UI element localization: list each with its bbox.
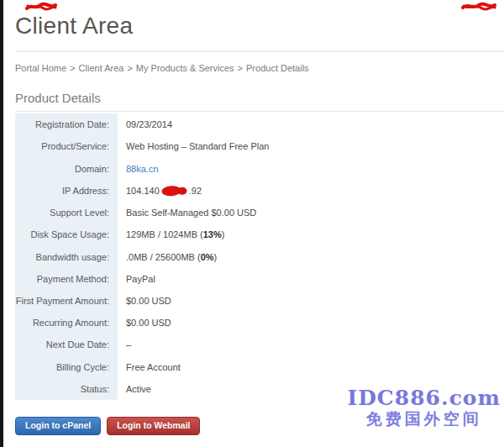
row-value: PayPal	[118, 268, 155, 290]
disk-usage-text: 129MB / 1024MB (	[126, 229, 203, 239]
ip-suffix: .92	[189, 186, 202, 196]
table-row-first-payment: First Payment Amount: $0.00 USD	[15, 290, 353, 312]
breadcrumb-product-details[interactable]: Product Details	[246, 63, 309, 73]
row-value: $0.00 USD	[118, 312, 171, 334]
disk-usage-close: )	[222, 229, 225, 239]
row-value: Web Hosting – Standard Free Plan	[118, 135, 269, 157]
breadcrumb: Portal Home>Client Area>My Products & Se…	[15, 63, 504, 73]
breadcrumb-portal-home[interactable]: Portal Home	[15, 63, 66, 73]
table-row-ip-address: IP Address: 104.140 .92	[15, 180, 353, 202]
table-row-billing-cycle: Billing Cycle: Free Account	[15, 356, 353, 378]
row-label: Product/Service:	[15, 135, 118, 157]
row-value: Basic Self-Managed $0.00 USD	[118, 202, 256, 224]
table-row-registration-date: Registration Date: 09/23/2014	[15, 113, 353, 135]
watermark: IDC886.com 免费国外空间	[347, 387, 501, 427]
row-value: 88ka.cn	[118, 157, 159, 179]
disk-usage-percent: 13%	[203, 229, 222, 239]
login-webmail-button[interactable]: Login to Webmail	[107, 417, 200, 435]
breadcrumb-separator: >	[238, 63, 243, 73]
ip-prefix: 104.140	[126, 186, 160, 196]
table-row-bandwidth: Bandwidth usage: .0MB / 25600MB (0%)	[15, 245, 353, 267]
redaction-scribble-top-right	[461, 2, 496, 12]
row-value: 104.140 .92	[118, 180, 202, 202]
row-value: .0MB / 25600MB (0%)	[118, 245, 217, 267]
login-cpanel-button[interactable]: Login to cPanel	[15, 417, 101, 435]
redaction-scribble-top-left	[25, 2, 57, 12]
table-row-product-service: Product/Service: Web Hosting – Standard …	[15, 135, 353, 157]
row-label: Disk Space Usage:	[15, 224, 118, 245]
row-label: Status:	[15, 378, 118, 400]
row-value: Free Account	[118, 356, 181, 378]
page-title: Client Area	[15, 13, 504, 39]
row-label: IP Address:	[15, 180, 118, 202]
row-label: Billing Cycle:	[15, 356, 118, 378]
row-value: –	[118, 334, 131, 355]
bandwidth-usage-percent: 0%	[201, 252, 214, 262]
table-row-payment-method: Payment Method: PayPal	[15, 268, 353, 290]
row-label: Next Due Date:	[15, 334, 118, 355]
screen-edge-bar	[0, 0, 3, 447]
header-divider	[15, 50, 504, 52]
breadcrumb-client-area[interactable]: Client Area	[79, 63, 124, 73]
row-label: Recurring Amount:	[15, 312, 118, 334]
product-details-table: Registration Date: 09/23/2014 Product/Se…	[15, 113, 353, 400]
bandwidth-usage-close: )	[214, 252, 218, 262]
main-content: Client Area Portal Home>Client Area>My P…	[0, 13, 504, 447]
table-row-status: Status: Active	[15, 378, 353, 400]
table-row-next-due-date: Next Due Date: –	[15, 334, 353, 355]
breadcrumb-my-products[interactable]: My Products & Services	[136, 63, 234, 73]
table-row-disk-space: Disk Space Usage: 129MB / 1024MB (13%)	[15, 224, 353, 245]
breadcrumb-separator: >	[70, 63, 75, 73]
row-value: 129MB / 1024MB (13%)	[118, 224, 224, 245]
watermark-chinese-text: 免费国外空间	[347, 411, 501, 427]
row-value: 09/23/2014	[118, 113, 172, 135]
watermark-site-name: IDC886.com	[347, 387, 501, 408]
domain-link[interactable]: 88ka.cn	[126, 164, 159, 174]
table-row-support-level: Support Level: Basic Self-Managed $0.00 …	[15, 202, 353, 224]
row-value: $0.00 USD	[118, 290, 171, 312]
redaction-scribble-ip	[160, 184, 187, 197]
row-label: Bandwidth usage:	[15, 245, 118, 267]
row-label: Registration Date:	[15, 113, 118, 135]
row-label: Support Level:	[15, 202, 118, 224]
section-title-product-details: Product Details	[15, 91, 504, 112]
table-row-recurring-amount: Recurring Amount: $0.00 USD	[15, 312, 353, 334]
status-value: Active	[118, 378, 151, 400]
bandwidth-usage-text: .0MB / 25600MB (	[126, 252, 201, 262]
row-label: Domain:	[15, 157, 118, 179]
breadcrumb-separator: >	[127, 63, 132, 73]
row-label: First Payment Amount:	[15, 290, 118, 312]
table-row-domain: Domain: 88ka.cn	[15, 157, 353, 179]
row-label: Payment Method:	[15, 268, 118, 290]
